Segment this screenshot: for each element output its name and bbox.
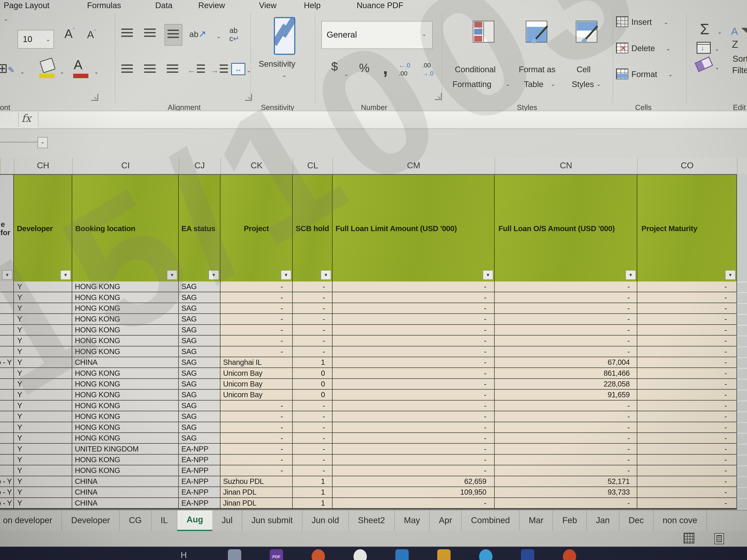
comma-style-icon[interactable]: , [383,57,388,78]
cell[interactable]: SAG [179,368,221,379]
sheet-tab-jan[interactable]: Jan [587,510,619,532]
cell[interactable]: - [293,455,333,465]
cell[interactable]: Y [14,401,72,411]
cell[interactable]: Y [14,487,72,498]
cell[interactable]: - [333,422,495,433]
cell[interactable]: - [293,422,333,433]
ribbon-tab-page-layout[interactable]: Page Layout [4,1,49,10]
filter-dropdown-button[interactable] [281,270,291,280]
cell[interactable]: - [637,476,737,487]
cell[interactable]: Y [14,325,72,336]
ribbon-tab-review[interactable]: Review [198,1,225,10]
decrease-decimal-icon[interactable]: .00→.0 [422,61,434,77]
percent-style-icon[interactable]: % [359,61,369,75]
cell[interactable]: - [637,411,737,422]
cell[interactable]: - [637,379,737,390]
cell[interactable]: Unicorn Bay [221,379,293,390]
cell[interactable]: SAG [179,292,221,303]
cell[interactable] [0,433,14,444]
cell[interactable]: UNITED KINGDOM [72,444,179,454]
cell[interactable]: - [495,401,637,411]
cell[interactable]: SAG [179,401,221,411]
cell[interactable]: - [333,325,495,336]
merge-center-icon[interactable]: ↔ [231,63,245,75]
cell[interactable]: - [495,433,637,444]
header-cell[interactable]: Full Loan Limit Amount (USD '000) [333,175,495,282]
cell[interactable]: 67,004 [495,357,637,368]
cell[interactable]: o - Y [0,357,14,368]
cell[interactable]: Suzhou PDL [221,476,293,487]
sheet-tab-cg[interactable]: CG [120,510,151,532]
font-name-chevron-icon[interactable]: ⌄ [4,16,8,22]
cell[interactable]: - [637,401,737,411]
fill-icon[interactable]: ↓ [697,42,711,54]
cell[interactable]: - [495,411,637,422]
cell[interactable]: - [495,498,637,509]
cell[interactable]: - [293,303,333,314]
sheet-tab-aug[interactable]: Aug [177,510,212,532]
cell[interactable]: 1 [293,357,333,368]
autosum-icon[interactable]: Σ [700,20,710,38]
cell[interactable] [0,455,14,465]
cell[interactable]: - [333,411,495,422]
cell[interactable] [0,368,14,379]
cell[interactable] [0,379,14,390]
cell[interactable]: Y [14,422,72,433]
column-letter[interactable]: CH [37,160,49,170]
cell[interactable]: - [293,325,333,336]
cell[interactable]: - [637,282,737,292]
filter-dropdown-button[interactable] [2,270,12,280]
cell[interactable]: HONG KONG [72,368,179,379]
cell[interactable]: - [637,346,737,357]
cell[interactable]: HONG KONG [72,465,179,476]
dock-app-red[interactable] [563,549,576,560]
cell[interactable]: SAG [179,433,221,444]
cell[interactable]: 109,950 [333,487,495,498]
cell[interactable]: 0 [293,379,333,390]
column-letter[interactable]: CM [407,160,420,170]
cell[interactable]: - [333,292,495,303]
sheet-tab-dec[interactable]: Dec [619,510,653,532]
cell[interactable]: 0 [293,368,333,379]
cell[interactable]: HONG KONG [72,455,179,465]
cell[interactable]: HONG KONG [72,401,179,411]
cell[interactable]: EA-NPP [179,487,221,498]
number-dialog-launcher-icon[interactable] [435,93,442,100]
cell[interactable]: - [495,314,637,325]
header-cell[interactable]: Project [221,175,293,282]
cell[interactable]: - [495,282,637,292]
cell[interactable]: CHINA [72,498,179,509]
cell[interactable]: HONG KONG [72,325,179,336]
increase-decimal-icon[interactable]: ←.0.00 [399,61,410,77]
dock-app-gold[interactable] [437,549,450,560]
cell[interactable]: CHINA [72,487,179,498]
decrease-font-size-icon[interactable]: Aˇ [87,28,96,41]
cell[interactable] [0,325,14,336]
cell[interactable]: 1 [293,476,333,487]
cell[interactable]: - [495,303,637,314]
cell[interactable]: - [495,346,637,357]
filter-dropdown-button[interactable] [209,270,219,280]
cell[interactable]: SAG [179,379,221,390]
cell[interactable]: Y [14,498,72,509]
cell[interactable]: SAG [179,411,221,422]
cell[interactable]: Y [14,455,72,465]
cell[interactable]: Y [14,368,72,379]
cell[interactable] [0,465,14,476]
sheet-tab-developer[interactable]: Developer [62,510,120,532]
cell[interactable]: Y [14,292,72,303]
align-left-icon[interactable] [121,64,133,74]
cell[interactable]: - [333,390,495,400]
cell[interactable] [0,314,14,325]
cell[interactable]: SAG [179,325,221,336]
cell[interactable]: EA-NPP [179,444,221,454]
cell[interactable]: 1 [293,487,333,498]
dock-app-orange[interactable] [312,549,325,560]
dock-app-pdf[interactable]: PDF [270,549,283,560]
cell[interactable]: Jinan PDL [221,487,293,498]
cell[interactable]: - [637,292,737,303]
insert-function-icon[interactable]: fx [22,112,31,124]
cell[interactable]: - [221,401,293,411]
cell[interactable]: Jinan PDL [221,498,293,509]
column-letter[interactable]: CN [560,160,572,170]
